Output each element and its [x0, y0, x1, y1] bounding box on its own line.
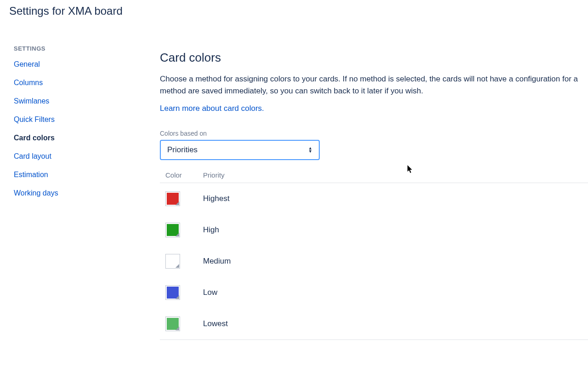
sidebar-item-card-colors[interactable]: Card colors	[14, 134, 147, 142]
color-swatch-low[interactable]	[165, 285, 180, 300]
sidebar-item-estimation[interactable]: Estimation	[14, 171, 147, 179]
settings-sidebar: SETTINGS General Columns Swimlanes Quick…	[0, 45, 147, 340]
table-row: Low	[160, 277, 588, 308]
color-swatch-medium[interactable]	[165, 254, 180, 269]
priority-label: Medium	[203, 257, 231, 266]
table-header-color: Color	[165, 171, 203, 179]
sidebar-item-card-layout[interactable]: Card layout	[14, 152, 147, 161]
main-description: Choose a method for assigning colors to …	[160, 73, 588, 97]
sidebar-header: SETTINGS	[14, 45, 147, 52]
learn-more-link[interactable]: Learn more about card colors.	[160, 104, 264, 113]
priority-label: Highest	[203, 194, 230, 203]
priority-label: Lowest	[203, 319, 228, 328]
select-arrows-icon: ▲ ▼	[308, 147, 312, 153]
sidebar-item-working-days[interactable]: Working days	[14, 189, 147, 197]
table-header-priority: Priority	[203, 171, 225, 179]
color-swatch-lowest[interactable]	[165, 316, 180, 331]
description-line-1: Choose a method for assigning colors to …	[160, 75, 513, 83]
colors-based-on-label: Colors based on	[160, 130, 588, 137]
select-value: Priorities	[167, 145, 198, 155]
main-content: Card colors Choose a method for assignin…	[147, 45, 588, 340]
color-swatch-high[interactable]	[165, 223, 180, 237]
swatch-dropdown-icon	[175, 327, 179, 330]
priority-label: High	[203, 225, 219, 235]
swatch-dropdown-icon	[175, 233, 179, 236]
table-row: Highest	[160, 183, 588, 214]
main-heading: Card colors	[160, 51, 588, 65]
table-row: Lowest	[160, 308, 588, 339]
sidebar-item-swimlanes[interactable]: Swimlanes	[14, 97, 147, 105]
sidebar-item-general[interactable]: General	[14, 60, 147, 69]
swatch-dropdown-icon	[175, 201, 179, 205]
priority-label: Low	[203, 288, 217, 297]
page-title: Settings for XMA board	[0, 0, 588, 17]
color-swatch-highest[interactable]	[165, 191, 180, 206]
table-header: Color Priority	[160, 171, 588, 183]
sidebar-item-columns[interactable]: Columns	[14, 79, 147, 87]
sidebar-item-quick-filters[interactable]: Quick Filters	[14, 115, 147, 124]
table-row: Medium	[160, 246, 588, 277]
colors-based-on-select[interactable]: Priorities ▲ ▼	[160, 140, 320, 160]
table-row: High	[160, 214, 588, 246]
swatch-dropdown-icon	[175, 295, 179, 299]
priority-colors-table: Color Priority Highest	[160, 171, 588, 340]
swatch-dropdown-icon	[175, 264, 179, 268]
